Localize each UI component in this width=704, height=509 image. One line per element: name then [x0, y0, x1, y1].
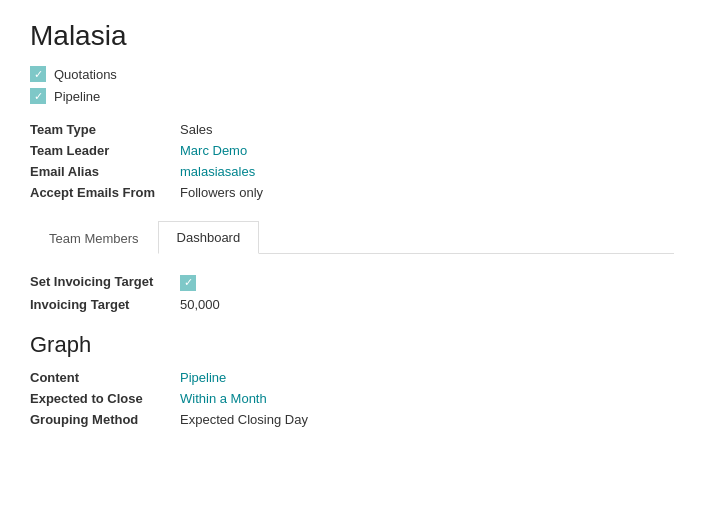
set-invoicing-target-label: Set Invoicing Target [30, 274, 180, 289]
set-invoicing-target-row: Set Invoicing Target [30, 274, 674, 291]
expected-to-close-label: Expected to Close [30, 391, 180, 406]
team-type-row: Team Type Sales [30, 122, 674, 137]
fields-section: Team Type Sales Team Leader Marc Demo Em… [30, 122, 674, 200]
pipeline-checkbox-row: Pipeline [30, 88, 674, 104]
graph-content-label: Content [30, 370, 180, 385]
invoicing-target-row: Invoicing Target 50,000 [30, 297, 674, 312]
accept-emails-row: Accept Emails From Followers only [30, 185, 674, 200]
pipeline-checkbox[interactable] [30, 88, 46, 104]
set-invoicing-target-checkbox[interactable] [180, 275, 196, 291]
page-title: Malasia [30, 20, 674, 52]
tab-dashboard[interactable]: Dashboard [158, 221, 260, 254]
graph-title: Graph [30, 332, 674, 358]
grouping-method-row: Grouping Method Expected Closing Day [30, 412, 674, 427]
accept-emails-value: Followers only [180, 185, 263, 200]
email-alias-value[interactable]: malasiasales [180, 164, 255, 179]
accept-emails-label: Accept Emails From [30, 185, 180, 200]
graph-content-row: Content Pipeline [30, 370, 674, 385]
graph-content-value[interactable]: Pipeline [180, 370, 226, 385]
invoicing-target-label: Invoicing Target [30, 297, 180, 312]
grouping-method-value: Expected Closing Day [180, 412, 308, 427]
email-alias-row: Email Alias malasiasales [30, 164, 674, 179]
tab-team-members[interactable]: Team Members [30, 221, 158, 254]
pipeline-label: Pipeline [54, 89, 100, 104]
invoicing-target-value: 50,000 [180, 297, 220, 312]
expected-to-close-row: Expected to Close Within a Month [30, 391, 674, 406]
team-type-value: Sales [180, 122, 213, 137]
quotations-checkbox-row: Quotations [30, 66, 674, 82]
quotations-label: Quotations [54, 67, 117, 82]
dashboard-tab-content: Set Invoicing Target Invoicing Target 50… [30, 254, 674, 453]
graph-section: Graph Content Pipeline Expected to Close… [30, 332, 674, 427]
invoicing-section: Set Invoicing Target Invoicing Target 50… [30, 274, 674, 312]
team-leader-row: Team Leader Marc Demo [30, 143, 674, 158]
team-type-label: Team Type [30, 122, 180, 137]
quotations-checkbox[interactable] [30, 66, 46, 82]
tabs-container: Team Members Dashboard [30, 220, 674, 254]
team-leader-value[interactable]: Marc Demo [180, 143, 247, 158]
email-alias-label: Email Alias [30, 164, 180, 179]
set-invoicing-target-checkbox-wrapper [180, 275, 196, 291]
team-leader-label: Team Leader [30, 143, 180, 158]
grouping-method-label: Grouping Method [30, 412, 180, 427]
expected-to-close-value[interactable]: Within a Month [180, 391, 267, 406]
